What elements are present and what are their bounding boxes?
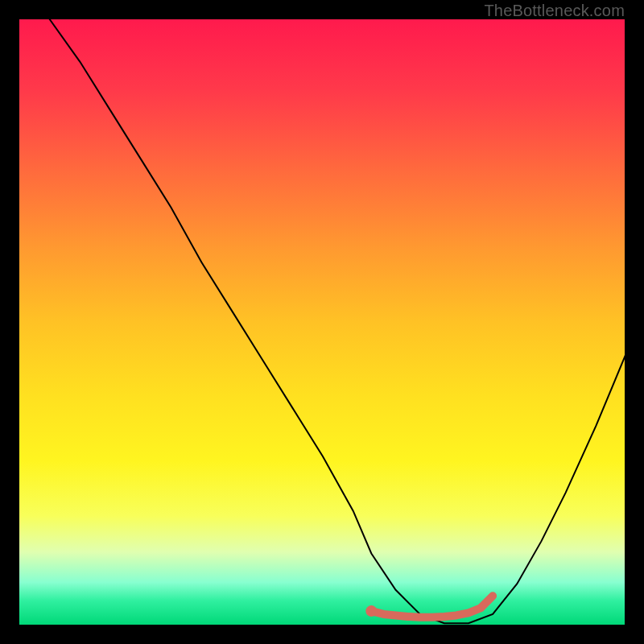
chart-svg [19,19,626,626]
chart-container: TheBottleneck.com [0,0,644,644]
bottleneck-curve-path [50,19,626,623]
highlight-flat-path [371,596,493,617]
watermark-text: TheBottleneck.com [484,2,625,20]
plot-area [19,19,625,625]
highlight-point [365,605,377,617]
